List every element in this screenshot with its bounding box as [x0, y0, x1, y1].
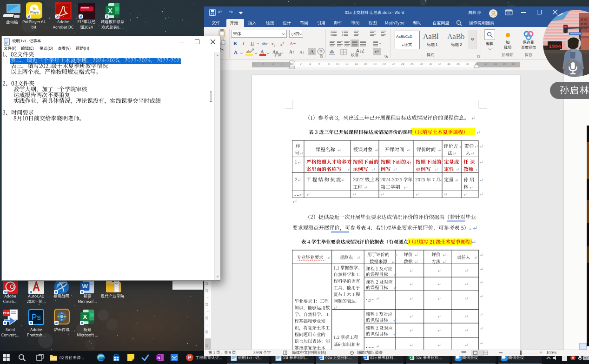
svg-text:28: 28 — [205, 316, 208, 320]
svg-text:24: 24 — [205, 289, 208, 292]
svg-text:30: 30 — [205, 330, 208, 334]
svg-text:26: 26 — [205, 303, 208, 306]
svg-text:32: 32 — [205, 344, 208, 348]
svg-text:22: 22 — [205, 282, 208, 285]
svg-text:1984: 1984 — [549, 44, 561, 49]
